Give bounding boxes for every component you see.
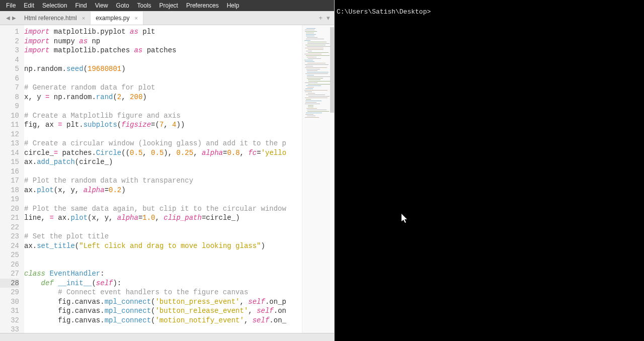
minimap[interactable] [302,25,334,333]
code-line[interactable]: # Create a circular window (looking glas… [24,139,302,148]
line-number: 11 [0,120,19,130]
code-line[interactable] [24,55,302,65]
line-number: 30 [0,297,19,307]
code-line[interactable] [24,250,302,260]
line-number: 1 [0,27,19,37]
menu-view[interactable]: View [91,1,112,10]
code-line[interactable]: ax.plot(x, y, alpha=0.2) [24,186,302,195]
line-number: 26 [0,260,19,270]
menu-project[interactable]: Project [155,1,182,10]
line-number: 14 [0,148,19,158]
code-line[interactable]: np.random.seed(19680801) [24,64,302,74]
code-line[interactable] [24,74,302,83]
line-number: 25 [0,250,19,260]
menu-edit[interactable]: Edit [20,1,38,10]
line-number: 21 [0,213,19,223]
menu-help[interactable]: Help [223,1,244,10]
code-line[interactable]: import matplotlib.patches as patches [24,46,302,55]
nav-forward-icon[interactable]: ▶ [12,15,16,21]
code-line[interactable]: fig.canvas.mpl_connect('button_release_e… [24,306,302,316]
editor-area: 1234567891011121314151617181920212223242… [0,25,334,333]
line-number: 20 [0,204,19,214]
code-line[interactable]: class EventHandler: [24,269,302,279]
code-line[interactable] [24,325,302,333]
line-number: 19 [0,195,19,204]
line-number: 10 [0,111,19,121]
code-line[interactable] [24,102,302,111]
code-line[interactable]: # Generate random data for plot [24,83,302,93]
line-number: 28 [0,279,19,288]
code-line[interactable] [24,195,302,204]
code-line[interactable]: circle_= patches.Circle((0.5, 0.5), 0.25… [24,148,302,158]
code-line[interactable] [24,223,302,232]
line-number: 12 [0,130,19,139]
code-line[interactable] [24,167,302,177]
code-line[interactable]: import matplotlib.pyplot as plt [24,27,302,37]
tab-html-reference[interactable]: Html reference.html × [19,12,91,25]
mouse-cursor-icon [401,214,409,225]
menu-preferences[interactable]: Preferences [182,1,223,10]
new-tab-icon[interactable]: + [318,14,323,22]
close-icon[interactable]: × [82,15,85,21]
code-line[interactable]: fig.canvas.mpl_connect('motion_notify_ev… [24,316,302,325]
line-number: 2 [0,37,19,46]
line-gutter: 1234567891011121314151617181920212223242… [0,25,24,333]
terminal-output[interactable]: C:\Users\Satish\Desktop> [335,4,644,20]
menu-tools[interactable]: Tools [133,1,155,10]
code-line[interactable]: # Create a Matplotlib figure and axis [24,111,302,121]
line-number: 29 [0,288,19,297]
line-number: 5 [0,64,19,74]
terminal-pane[interactable]: C:\Users\Satish\Desktop> [335,0,644,341]
tab-menu-icon[interactable]: ▾ [327,14,330,22]
line-number: 31 [0,306,19,316]
tab-label: Html reference.html [24,15,77,22]
code-line[interactable]: # Plot the random data with transparency [24,176,302,186]
line-number: 22 [0,223,19,232]
line-number: 6 [0,74,19,83]
code-line[interactable]: import numpy as np [24,37,302,46]
code-line[interactable]: fig, ax = plt.subplots(figsize=(7, 4)) [24,120,302,130]
menubar: File Edit Selection Find View Goto Tools… [0,0,334,11]
code-line[interactable]: ax.add_patch(circle_) [24,157,302,167]
line-number: 3 [0,46,19,55]
line-number: 17 [0,176,19,186]
tab-nav: ◀ ▶ [3,15,19,21]
line-number: 32 [0,316,19,325]
tab-label: examples.py [96,15,129,22]
line-number: 8 [0,93,19,102]
code-line[interactable]: # Connect event handlers to the figure c… [24,288,302,297]
line-number: 4 [0,55,19,65]
code-line[interactable]: def __init__(self): [24,279,302,288]
code-line[interactable]: line, = ax.plot(x, y, alpha=1.0, clip_pa… [24,213,302,223]
menu-find[interactable]: Find [71,1,91,10]
code-line[interactable] [24,130,302,139]
horizontal-scrollbar[interactable] [0,333,334,341]
line-number: 23 [0,232,19,241]
menu-goto[interactable]: Goto [112,1,133,10]
code-line[interactable]: # Plot the same data again, but clip it … [24,204,302,214]
tabbar-controls: + ▾ [318,14,330,22]
line-number: 13 [0,139,19,148]
line-number: 24 [0,241,19,251]
editor-pane: File Edit Selection Find View Goto Tools… [0,0,335,341]
code-line[interactable]: ax.set_title("Left click and drag to mov… [24,241,302,251]
terminal-prompt: C:\Users\Satish\Desktop> [337,8,431,16]
line-number: 7 [0,83,19,93]
nav-back-icon[interactable]: ◀ [6,15,10,21]
menu-file[interactable]: File [2,1,20,10]
line-number: 27 [0,269,19,279]
line-number: 16 [0,167,19,177]
line-number: 9 [0,102,19,111]
code-line[interactable]: # Set the plot title [24,232,302,241]
line-number: 15 [0,157,19,167]
code-line[interactable] [24,260,302,270]
minimap-viewport[interactable] [330,27,334,113]
line-number: 33 [0,325,19,333]
close-icon[interactable]: × [135,15,138,21]
code-line[interactable]: fig.canvas.mpl_connect('button_press_eve… [24,297,302,307]
code-editor[interactable]: import matplotlib.pyplot as pltimport nu… [24,25,302,333]
terminal-titlebar [335,0,644,4]
code-line[interactable]: x, y = np.random.rand(2, 200) [24,93,302,102]
tab-examples-py[interactable]: examples.py × [91,12,143,25]
menu-selection[interactable]: Selection [38,1,71,10]
